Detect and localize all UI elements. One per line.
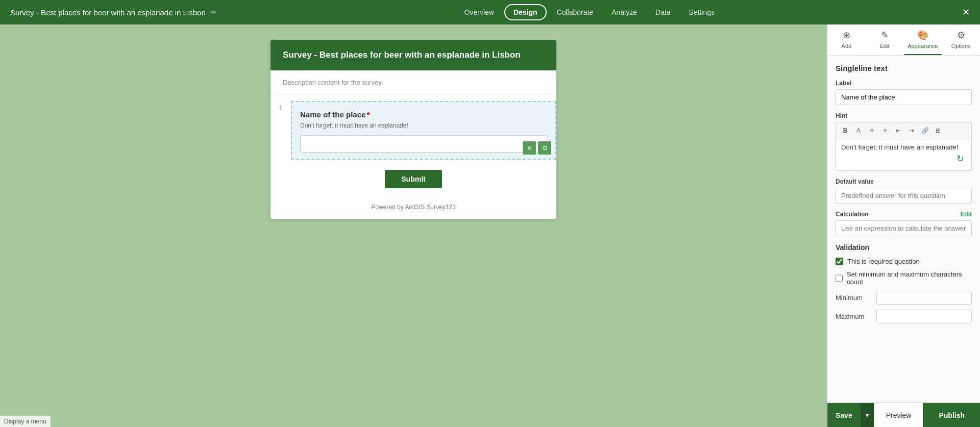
maximum-input[interactable] <box>876 310 972 323</box>
hint-table-btn[interactable]: ⊞ <box>932 124 944 137</box>
minmax-label[interactable]: Set minimum and maximum characters count <box>847 270 972 286</box>
nav-design[interactable]: Design <box>504 4 547 20</box>
hint-list1-btn[interactable]: ≡ <box>866 124 878 137</box>
question-delete-btn[interactable]: ✕ <box>523 141 536 155</box>
appearance-icon: 🎨 <box>917 30 928 41</box>
toolbar-add-label: Add <box>842 43 852 49</box>
nav-settings[interactable]: Settings <box>681 5 723 19</box>
question-block[interactable]: Name of the place* Don't forget: it must… <box>291 101 556 160</box>
toolbar-options[interactable]: ⚙ Options <box>942 24 980 55</box>
submit-area: Submit <box>271 160 556 198</box>
question-label: Name of the place* <box>300 110 547 119</box>
save-dropdown-btn[interactable]: ▾ <box>861 403 874 427</box>
topbar-title-area: Survey - Best places for beer with an es… <box>10 8 217 17</box>
required-checkbox-row: This is required question <box>836 258 972 265</box>
calc-edit-link[interactable]: Edit <box>960 211 972 218</box>
question-wrapper: 1 Name of the place* Don't forget: it mu… <box>271 95 556 160</box>
survey-card-header: Survey - Best places for beer with an es… <box>271 40 556 70</box>
submit-button[interactable]: Submit <box>385 170 442 188</box>
minimum-row: Minimum <box>836 291 972 305</box>
minmax-checkbox[interactable] <box>836 274 843 282</box>
toolbar-appearance-label: Appearance <box>908 43 938 49</box>
hint-toolbar: B A ≡ ≡ ⇤ ⇥ 🔗 ⊞ <box>836 122 972 139</box>
share-icon[interactable]: ✕ <box>962 7 970 18</box>
maximum-label: Maximum <box>836 313 871 320</box>
minimum-input[interactable] <box>876 291 972 305</box>
question-duplicate-btn[interactable]: ⧉ <box>538 141 551 155</box>
nav-analyze[interactable]: Analyze <box>603 5 645 19</box>
toolbar-edit[interactable]: ✎ Edit <box>866 24 904 55</box>
toolbar-edit-label: Edit <box>880 43 890 49</box>
survey-description: Description content for the survey <box>271 70 556 95</box>
label-input[interactable] <box>836 89 972 105</box>
toolbar-appearance[interactable]: 🎨 Appearance <box>904 24 942 55</box>
hint-editor[interactable]: Don't forget: it must have an esplanade!… <box>836 139 972 171</box>
survey-title: Survey - Best places for beer with an es… <box>10 8 206 17</box>
nav-data[interactable]: Data <box>647 5 679 19</box>
survey-card: Survey - Best places for beer with an es… <box>271 40 556 219</box>
toolbar-options-label: Options <box>951 43 971 49</box>
calc-label: Calculation <box>836 211 869 218</box>
topbar-nav: Overview Design Collaborate Analyze Data… <box>456 4 723 20</box>
hint-link-btn[interactable]: 🔗 <box>919 124 931 137</box>
hint-color-btn[interactable]: A <box>852 124 865 137</box>
hint-indent-right-btn[interactable]: ⇥ <box>905 124 918 137</box>
bottom-bar: Save ▾ Preview Publish <box>827 403 980 427</box>
nav-collaborate[interactable]: Collaborate <box>549 5 602 19</box>
bottom-bar-left: Save ▾ <box>827 403 874 427</box>
edit-title-icon[interactable]: ✏ <box>211 8 217 16</box>
topbar: Survey - Best places for beer with an es… <box>0 0 980 24</box>
required-label[interactable]: This is required question <box>847 258 920 265</box>
options-icon: ⚙ <box>957 30 965 41</box>
edit-icon: ✎ <box>881 30 889 41</box>
hint-list2-btn[interactable]: ≡ <box>879 124 891 137</box>
section-title: Singleline text <box>836 64 972 72</box>
main-area: Survey - Best places for beer with an es… <box>0 24 980 427</box>
hint-bold-btn[interactable]: B <box>839 124 851 137</box>
default-value-label: Default value <box>836 178 972 185</box>
save-button[interactable]: Save <box>827 403 861 427</box>
hint-indent-left-btn[interactable]: ⇤ <box>892 124 904 137</box>
question-hint: Don't forget: it must have an esplanade! <box>300 122 547 129</box>
default-value-input[interactable] <box>836 188 972 204</box>
preview-button[interactable]: Preview <box>874 403 923 427</box>
hint-editor-footer: ↻ <box>841 151 966 166</box>
question-input[interactable] <box>300 135 547 153</box>
question-number: 1 <box>271 101 291 112</box>
calc-input[interactable] <box>836 220 972 236</box>
label-field-label: Label <box>836 80 972 87</box>
powered-by: Powered by ArcGIS Survey123 <box>271 198 556 219</box>
display-menu: Display a menu <box>0 416 51 427</box>
nav-overview[interactable]: Overview <box>456 5 502 19</box>
survey-card-title: Survey - Best places for beer with an es… <box>283 50 521 60</box>
hint-refresh-icon[interactable]: ↻ <box>957 153 964 164</box>
question-actions: ✕ ⧉ <box>523 141 551 155</box>
panel-toolbar: ⊕ Add ✎ Edit 🎨 Appearance ⚙ Options <box>827 24 980 56</box>
topbar-right: ✕ <box>962 7 970 18</box>
toolbar-add[interactable]: ⊕ Add <box>827 24 866 55</box>
calc-header: Calculation Edit <box>836 211 972 218</box>
minmax-checkbox-row: Set minimum and maximum characters count <box>836 270 972 286</box>
maximum-row: Maximum <box>836 310 972 323</box>
canvas-area: Survey - Best places for beer with an es… <box>0 24 827 427</box>
required-checkbox[interactable] <box>836 258 843 265</box>
bottom-bar-right: Preview Publish <box>874 403 980 427</box>
add-icon: ⊕ <box>843 30 850 41</box>
panel-content: Singleline text Label Hint B A ≡ ≡ ⇤ ⇥ 🔗… <box>827 56 980 403</box>
hint-editor-text: Don't forget: it must have an esplanade! <box>841 143 958 151</box>
validation-title: Validation <box>836 243 972 252</box>
right-panel: ⊕ Add ✎ Edit 🎨 Appearance ⚙ Options Sing… <box>827 24 980 427</box>
hint-field-label: Hint <box>836 112 972 119</box>
minimum-label: Minimum <box>836 294 871 302</box>
hint-section: Hint B A ≡ ≡ ⇤ ⇥ 🔗 ⊞ Don't forget: it mu… <box>836 112 972 171</box>
publish-button[interactable]: Publish <box>923 403 980 427</box>
required-star: * <box>366 110 370 119</box>
